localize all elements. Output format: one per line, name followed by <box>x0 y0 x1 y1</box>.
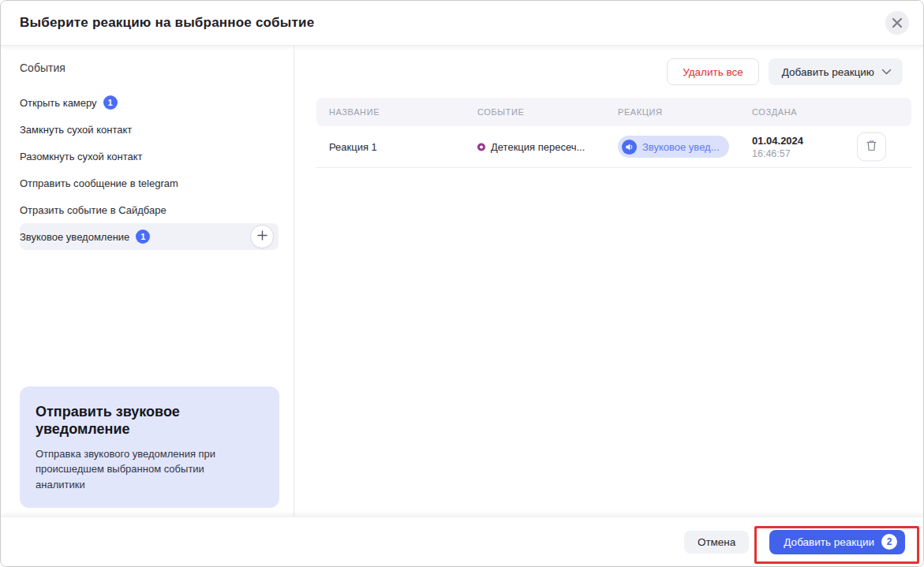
reactions-toolbar: Удалить все Добавить реакцию <box>316 58 911 85</box>
events-sidebar: События Открыть камеру 1 Замкнуть сухой … <box>1 46 294 517</box>
column-header-name: НАЗВАНИЕ <box>329 107 380 117</box>
sidebar-item-open-camera[interactable]: Открыть камеру 1 <box>20 89 279 116</box>
event-ring-icon <box>477 143 485 151</box>
count-badge: 1 <box>103 95 118 110</box>
event-name: Детекция пересеч... <box>491 141 585 153</box>
dialog-title: Выберите реакцию на выбранное событие <box>20 15 314 31</box>
column-header-event: СОБЫТИЕ <box>477 107 524 117</box>
plus-icon <box>256 229 268 244</box>
add-reactions-count-badge: 2 <box>881 534 897 550</box>
sidebar-item-label: Разомкнуть сухой контакт <box>20 151 143 162</box>
sidebar-item-show-in-sidebar[interactable]: Отразить событие в Сайдбаре <box>20 196 279 223</box>
close-button[interactable] <box>885 11 909 35</box>
sidebar-item-label: Отразить событие в Сайдбаре <box>20 204 166 216</box>
info-box-description: Отправка звукового уведомления при проис… <box>36 446 256 493</box>
column-header-created: СОЗДАНА <box>752 107 797 117</box>
count-badge: 1 <box>136 229 150 244</box>
event-info-box: Отправить звуковое уведомление Отправка … <box>20 386 279 508</box>
reaction-dialog: Выберите реакцию на выбранное событие Со… <box>0 0 924 567</box>
table-row: Реакция 1 Детекция пересеч... Звуковое у… <box>316 126 911 168</box>
sound-notification-icon <box>622 140 637 155</box>
cancel-button[interactable]: Отмена <box>684 531 749 554</box>
sidebar-item-label: Звуковое уведомление <box>20 231 129 243</box>
trash-icon <box>866 140 877 155</box>
reaction-event-cell: Детекция пересеч... <box>477 141 585 153</box>
reaction-created-cell: 01.04.2024 16:46:57 <box>752 134 803 159</box>
dialog-body: События Открыть камеру 1 Замкнуть сухой … <box>1 46 923 517</box>
add-reactions-label: Добавить реакции <box>784 536 874 548</box>
sidebar-item-label: Отправить сообщение в telegram <box>20 177 178 189</box>
chevron-down-icon <box>881 66 892 78</box>
sidebar-item-send-telegram[interactable]: Отправить сообщение в telegram <box>20 170 279 196</box>
sidebar-item-sound-notification[interactable]: Звуковое уведомление 1 <box>20 223 279 250</box>
reactions-panel: Удалить все Добавить реакцию НАЗВАНИЕ СО… <box>294 46 923 517</box>
reaction-name-cell: Реакция 1 <box>329 141 377 153</box>
add-reaction-dropdown-button[interactable]: Добавить реакцию <box>769 58 903 85</box>
sidebar-item-label: Открыть камеру <box>20 97 97 109</box>
add-reaction-dropdown-label: Добавить реакцию <box>782 66 874 78</box>
sidebar-item-label: Замкнуть сухой контакт <box>20 124 132 136</box>
reaction-pill: Звуковое увед... <box>618 136 729 158</box>
delete-all-button[interactable]: Удалить все <box>667 58 759 85</box>
sidebar-item-close-dry-contact[interactable]: Замкнуть сухой контакт <box>20 116 279 143</box>
created-date: 01.04.2024 <box>752 134 803 148</box>
reaction-type-cell: Звуковое увед... <box>618 136 729 158</box>
column-header-reaction: РЕАКЦИЯ <box>618 107 663 117</box>
reactions-table: НАЗВАНИЕ СОБЫТИЕ РЕАКЦИЯ СОЗДАНА Реакция… <box>316 98 911 168</box>
add-event-button[interactable] <box>250 225 274 248</box>
close-icon <box>892 17 903 28</box>
dialog-footer: Отмена Добавить реакции 2 <box>1 517 923 566</box>
sidebar-item-open-dry-contact[interactable]: Разомкнуть сухой контакт <box>20 143 279 170</box>
add-reactions-button[interactable]: Добавить реакции 2 <box>769 530 905 554</box>
delete-reaction-button[interactable] <box>857 132 886 162</box>
reaction-pill-label: Звуковое увед... <box>642 141 720 153</box>
dialog-header: Выберите реакцию на выбранное событие <box>1 1 923 46</box>
created-time: 16:46:57 <box>752 148 803 159</box>
sidebar-header: События <box>20 62 279 74</box>
info-box-title: Отправить звуковое уведомление <box>36 404 225 438</box>
table-header-row: НАЗВАНИЕ СОБЫТИЕ РЕАКЦИЯ СОЗДАНА <box>316 98 911 126</box>
